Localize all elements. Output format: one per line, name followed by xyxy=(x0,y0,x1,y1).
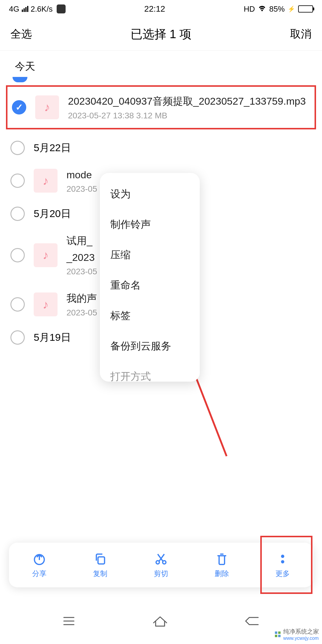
menu-backup[interactable]: 备份到云服务 xyxy=(100,331,200,361)
section-today: 今天 xyxy=(0,51,322,79)
watermark-name: 纯净系统之家 xyxy=(283,628,319,636)
watermark: 纯净系统之家 www.ycwxjy.com xyxy=(274,628,319,641)
more-button[interactable]: 更多 xyxy=(252,552,313,578)
charging-icon: ⚡ xyxy=(288,5,295,13)
svg-rect-11 xyxy=(275,631,277,634)
home-icon[interactable] xyxy=(151,614,169,629)
signal-icon xyxy=(22,6,28,12)
app-icon xyxy=(57,4,66,13)
action-label: 剪切 xyxy=(154,569,168,578)
checkbox-icon[interactable] xyxy=(10,330,25,345)
network-speed: 2.6K/s xyxy=(31,4,53,14)
music-file-icon: ♪ xyxy=(34,169,58,193)
copy-button[interactable]: 复制 xyxy=(70,552,131,578)
watermark-logo-icon xyxy=(274,631,281,638)
date-label: 5月22日 xyxy=(34,141,71,155)
wifi-icon xyxy=(258,4,266,14)
select-all-button[interactable]: 全选 xyxy=(10,27,32,41)
selection-header: 全选 已选择 1 项 取消 xyxy=(0,18,322,51)
hd-indicator: HD xyxy=(244,4,255,14)
watermark-site: www.ycwxjy.com xyxy=(283,636,319,641)
music-file-icon: ♪ xyxy=(35,95,59,119)
status-bar: 4G 2.6K/s 22:12 HD 85% ⚡ xyxy=(0,0,322,18)
music-file-icon: ♪ xyxy=(34,243,58,267)
action-toolbar: 分享 复制 剪切 删除 更多 xyxy=(9,543,313,587)
more-menu: 设为 制作铃声 压缩 重命名 标签 备份到云服务 打开方式 xyxy=(100,173,200,382)
svg-point-6 xyxy=(281,555,284,558)
menu-rename[interactable]: 重命名 xyxy=(100,270,200,301)
action-label: 复制 xyxy=(93,569,107,578)
checkbox-icon[interactable] xyxy=(10,248,25,262)
file-meta: 2023-05-27 13:38 3.12 MB xyxy=(68,111,310,120)
cut-icon xyxy=(154,552,168,566)
menu-make-ringtone[interactable]: 制作铃声 xyxy=(100,209,200,240)
date-label: 5月19日 xyxy=(34,331,71,344)
delete-button[interactable]: 删除 xyxy=(191,552,252,578)
music-file-icon: ♪ xyxy=(34,292,58,316)
more-icon xyxy=(276,552,289,566)
battery-percent: 85% xyxy=(269,4,285,14)
battery-icon xyxy=(298,5,313,13)
file-item-selected[interactable]: ✓ ♪ 20230420_040937音频提取_20230527_133759.… xyxy=(6,85,316,129)
copy-icon xyxy=(94,552,107,566)
action-label: 删除 xyxy=(215,569,229,578)
partial-checkbox-icon[interactable] xyxy=(13,77,27,82)
delete-icon xyxy=(215,552,228,566)
svg-point-7 xyxy=(281,560,284,564)
action-label: 更多 xyxy=(275,569,290,578)
checkbox-icon[interactable] xyxy=(10,174,25,188)
selection-title: 已选择 1 项 xyxy=(131,26,191,42)
system-nav-bar xyxy=(0,599,322,644)
checkbox-icon[interactable] xyxy=(10,297,25,312)
menu-open-with[interactable]: 打开方式 xyxy=(100,361,200,382)
date-label: 5月20日 xyxy=(34,207,71,221)
date-row[interactable]: 5月22日 xyxy=(0,135,322,160)
cut-button[interactable]: 剪切 xyxy=(131,552,191,578)
svg-point-5 xyxy=(163,561,166,564)
svg-point-4 xyxy=(156,561,160,564)
back-icon[interactable] xyxy=(244,615,261,628)
menu-tag[interactable]: 标签 xyxy=(100,301,200,331)
checkbox-icon[interactable] xyxy=(10,141,25,155)
network-type: 4G xyxy=(9,4,19,14)
share-button[interactable]: 分享 xyxy=(9,552,70,578)
cancel-button[interactable]: 取消 xyxy=(290,27,312,41)
menu-compress[interactable]: 压缩 xyxy=(100,240,200,270)
svg-rect-14 xyxy=(278,635,281,637)
svg-rect-13 xyxy=(275,635,277,637)
share-icon xyxy=(33,552,46,566)
checkbox-icon[interactable] xyxy=(10,207,25,221)
recents-icon[interactable] xyxy=(61,615,76,628)
menu-set-as[interactable]: 设为 xyxy=(100,179,200,209)
checkbox-checked-icon[interactable]: ✓ xyxy=(12,100,26,114)
svg-rect-3 xyxy=(98,557,105,564)
action-label: 分享 xyxy=(32,569,47,578)
status-time: 22:12 xyxy=(144,4,165,14)
svg-rect-12 xyxy=(278,631,281,634)
file-name: 20230420_040937音频提取_20230527_133759.mp3 xyxy=(68,94,310,109)
